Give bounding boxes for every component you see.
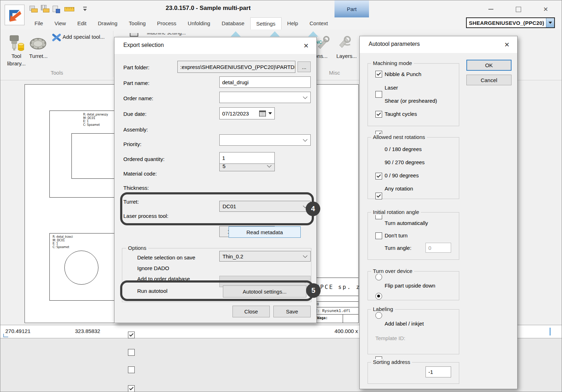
read-metadata-button[interactable]: Read metadata bbox=[229, 226, 301, 238]
titleblock-filename: ME: Rysunek1.dfl bbox=[313, 308, 350, 313]
autotool-settings-button[interactable]: Autotool settings... bbox=[223, 285, 306, 297]
autotool-dialog-titlebar[interactable]: Autotool parameters ✕ bbox=[360, 36, 517, 53]
priority-label: Priority: bbox=[123, 141, 141, 147]
turret-button[interactable]: Turret... bbox=[27, 52, 50, 60]
add-order-database-label: Add to order database bbox=[137, 276, 190, 282]
any-rotation-label: Any rotation bbox=[385, 186, 413, 192]
turret-disc-icon bbox=[30, 37, 47, 51]
due-date-field[interactable]: 07/12/2023 bbox=[219, 107, 275, 119]
nibble-punch-checkbox[interactable] bbox=[375, 71, 382, 77]
export-dialog-titlebar[interactable]: Export selection ✕ bbox=[114, 37, 316, 54]
app-logo[interactable] bbox=[5, 5, 25, 25]
close-window-button[interactable]: ✕ bbox=[538, 4, 553, 15]
shear-checkbox[interactable] bbox=[375, 111, 382, 118]
menu-item-file[interactable]: File bbox=[29, 17, 49, 29]
tool-library-icon[interactable] bbox=[7, 34, 25, 52]
corner-mark bbox=[3, 334, 8, 337]
save-button-label: Save bbox=[286, 308, 298, 315]
part-folder-field[interactable]: :express\SHEARGENIUSEVO_(PPC20)\PARTDIR bbox=[177, 61, 295, 73]
menu-item-view[interactable]: View bbox=[49, 17, 71, 29]
close-button[interactable]: Close bbox=[232, 306, 270, 317]
assembly-label: Assembly: bbox=[123, 127, 148, 133]
dropdown-arrow-icon bbox=[548, 22, 552, 24]
menu-item-settings[interactable]: Settings bbox=[250, 17, 282, 29]
turret-icon[interactable] bbox=[30, 37, 47, 51]
part-name-label: Part name: bbox=[123, 80, 149, 86]
close-icon: ✕ bbox=[303, 42, 309, 50]
ordered-quantity-label: Ordered quantity: bbox=[123, 156, 165, 162]
nibble-punch-label: Nibble & Punch bbox=[385, 71, 421, 77]
shear-label: Shear (or presheared) bbox=[385, 98, 437, 104]
turn-angle-label: Turn angle: bbox=[385, 245, 411, 251]
laser-checkbox[interactable] bbox=[375, 91, 382, 98]
menu-item-context[interactable]: Context bbox=[304, 17, 334, 29]
taught-cycles-label: Taught cycles bbox=[385, 111, 417, 117]
ribbon-separator bbox=[113, 31, 113, 77]
part1-annotation: R: detal_pierwszy M: DC01 E: 1 C: Spoame… bbox=[83, 113, 108, 127]
chevron-down-icon bbox=[303, 95, 307, 99]
menu-item-database[interactable]: Database bbox=[216, 17, 250, 29]
machine-selector[interactable]: SHEARGENIUSEVO_(PPC20) bbox=[466, 17, 555, 28]
part-name-input[interactable] bbox=[222, 79, 308, 85]
ok-button[interactable]: OK bbox=[466, 60, 512, 71]
maximize-button[interactable] bbox=[510, 4, 526, 15]
run-autotool-checkbox[interactable] bbox=[128, 385, 135, 392]
rotation-90-270-checkbox[interactable] bbox=[375, 193, 382, 199]
ignore-dado-checkbox[interactable] bbox=[128, 349, 135, 356]
delete-selection-label: Delete selection on save bbox=[137, 254, 195, 261]
due-date-value: 07/12/2023 bbox=[222, 111, 259, 117]
template-id-label: Template ID: bbox=[375, 335, 405, 341]
menu-item-help[interactable]: Help bbox=[282, 17, 304, 29]
open-part-icon[interactable] bbox=[30, 6, 38, 13]
rotation-0-180-label: 0 / 180 degrees bbox=[385, 146, 422, 152]
tool-library-button[interactable]: Tool library... bbox=[3, 52, 30, 67]
sorting-address-field[interactable] bbox=[425, 366, 451, 377]
order-name-combo[interactable] bbox=[219, 92, 311, 103]
delete-selection-checkbox[interactable] bbox=[128, 332, 135, 338]
save-button[interactable]: Save bbox=[273, 306, 311, 317]
material-code-value: DC01 bbox=[223, 203, 236, 209]
menu-item-tooling[interactable]: Tooling bbox=[123, 17, 151, 29]
part2-circle-cutout[interactable] bbox=[64, 251, 98, 285]
rotation-0-180-checkbox[interactable] bbox=[375, 173, 382, 179]
machine-selector-dropdown-button[interactable] bbox=[546, 18, 554, 27]
browse-folder-button[interactable]: ... bbox=[298, 61, 311, 72]
add-order-database-checkbox[interactable] bbox=[128, 366, 135, 373]
badge-4-number: 4 bbox=[311, 205, 315, 213]
assembly-combo[interactable] bbox=[219, 134, 311, 146]
turn-angle-field[interactable] bbox=[425, 243, 451, 253]
cancel-button[interactable]: Cancel bbox=[466, 75, 512, 85]
tool-library-label-2: library... bbox=[3, 60, 30, 67]
calendar-icon[interactable] bbox=[259, 111, 266, 117]
open-nest-icon[interactable] bbox=[41, 5, 50, 13]
menu-item-process[interactable]: Process bbox=[151, 17, 182, 29]
context-tab-part[interactable]: Part bbox=[334, 0, 369, 17]
save-icon[interactable] bbox=[53, 6, 61, 13]
status-coordinate-y: 323.85832 bbox=[75, 328, 100, 334]
material-code-combo[interactable]: DC01 bbox=[219, 201, 311, 212]
turn-angle-input[interactable] bbox=[428, 245, 448, 251]
part-folder-label: Part folder: bbox=[123, 64, 149, 70]
material-code-label: Material code: bbox=[123, 171, 157, 177]
ordered-quantity-field[interactable] bbox=[219, 152, 275, 164]
menu-item-unfolding[interactable]: Unfolding bbox=[182, 17, 216, 29]
nc-options-icon[interactable]: NC bbox=[315, 34, 331, 51]
part2-annotation: R: detal_trzeci M: DC01 E: 1 C: Spoamet bbox=[53, 235, 73, 249]
export-dialog-close-button[interactable]: ✕ bbox=[301, 41, 311, 50]
titleblock-weight: Waga: bbox=[317, 316, 328, 320]
layers-icon[interactable] bbox=[337, 34, 353, 51]
date-dropdown-arrow-icon[interactable] bbox=[268, 112, 272, 114]
sorting-address-input[interactable] bbox=[428, 369, 448, 375]
measure-ruler-icon[interactable] bbox=[64, 7, 74, 11]
part-name-field[interactable] bbox=[219, 76, 311, 88]
layers-button[interactable]: Layers... bbox=[334, 53, 359, 59]
close-icon: ✕ bbox=[543, 6, 548, 12]
toolbar-collapse-icon[interactable] bbox=[83, 7, 87, 12]
menu-item-drawing[interactable]: Drawing bbox=[92, 17, 123, 29]
autotool-dialog-close-button[interactable]: ✕ bbox=[502, 40, 512, 49]
rotation-90-270-label: 90 / 270 degrees bbox=[385, 159, 425, 165]
ordered-quantity-input[interactable] bbox=[222, 155, 272, 161]
minimize-button[interactable] bbox=[483, 4, 499, 15]
menu-item-edit[interactable]: Edit bbox=[71, 17, 92, 29]
add-special-tool-button[interactable]: Add special tool... bbox=[63, 34, 105, 40]
